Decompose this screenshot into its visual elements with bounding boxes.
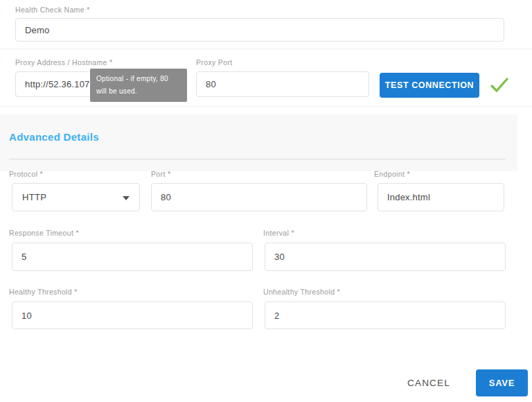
protocol-label: Protocol * — [9, 170, 43, 178]
divider — [0, 106, 532, 107]
health-check-name-label: Health Check Name * — [15, 6, 90, 14]
response-timeout-input[interactable] — [12, 243, 253, 271]
advanced-details-panel — [0, 114, 517, 171]
protocol-select[interactable]: HTTP — [12, 183, 140, 211]
endpoint-label: Endpoint * — [374, 170, 410, 178]
health-check-form: Health Check Name * Proxy Address / Host… — [0, 0, 532, 402]
interval-label: Interval * — [263, 229, 294, 237]
port-input[interactable] — [151, 183, 367, 211]
unhealthy-threshold-input[interactable] — [265, 302, 506, 329]
success-check-icon — [489, 76, 510, 94]
divider — [9, 159, 506, 159]
proxy-address-label: Proxy Address / Hostname * — [15, 58, 112, 67]
protocol-select-value: HTTP — [22, 192, 46, 202]
divider — [0, 49, 532, 49]
cancel-button[interactable]: CANCEL — [402, 375, 456, 391]
response-timeout-label: Response Timeout * — [9, 229, 79, 237]
chevron-down-icon — [123, 196, 130, 200]
port-label: Port * — [151, 170, 170, 178]
healthy-threshold-input[interactable] — [12, 302, 253, 329]
proxy-port-tooltip: Optional - if empty, 80 will be used. — [90, 69, 187, 102]
advanced-details-heading: Advanced Details — [9, 131, 99, 143]
healthy-threshold-label: Healthy Threshold * — [9, 288, 78, 296]
proxy-port-input[interactable] — [196, 71, 369, 97]
endpoint-input[interactable] — [378, 183, 504, 211]
proxy-port-label: Proxy Port — [196, 58, 233, 67]
health-check-name-input[interactable] — [15, 18, 504, 42]
unhealthy-threshold-label: Unhealthy Threshold * — [263, 288, 340, 296]
interval-input[interactable] — [265, 243, 506, 271]
test-connection-button[interactable]: TEST CONNECTION — [380, 73, 479, 98]
save-button[interactable]: SAVE — [476, 369, 528, 396]
